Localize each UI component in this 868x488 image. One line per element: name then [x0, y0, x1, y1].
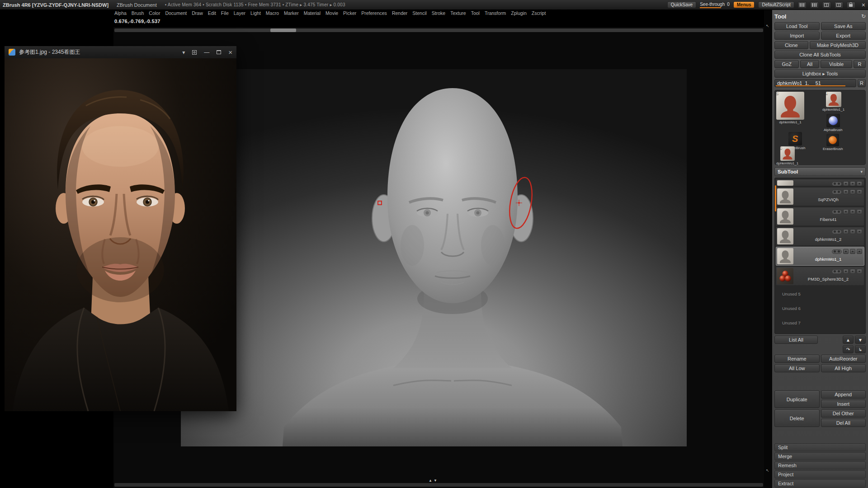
- eye-icon[interactable]: [850, 181, 855, 186]
- recent-tool-thumbnail[interactable]: 4 dphkmWo1_1: [822, 92, 844, 112]
- move-up-button[interactable]: ▲: [843, 336, 854, 344]
- viewer-titlebar[interactable]: 参考图1.jpg - 2345看图王 ▾ — ×: [5, 46, 236, 58]
- delete-button[interactable]: Delete: [774, 409, 820, 427]
- save-as-button[interactable]: Save As: [821, 22, 866, 30]
- rename-button[interactable]: Rename: [774, 355, 820, 363]
- subtool-unused-slot[interactable]: Unused 7: [776, 315, 864, 330]
- goz-visible-button[interactable]: Visible: [821, 60, 852, 68]
- list-all-button[interactable]: List All: [774, 336, 818, 344]
- insert-button[interactable]: Insert: [821, 400, 866, 408]
- scrollbar-thumb[interactable]: [270, 28, 296, 32]
- quicksave-button[interactable]: QuickSave: [667, 1, 696, 8]
- viewer-menu-icon[interactable]: ▾: [182, 50, 185, 55]
- menu-texture[interactable]: Texture: [450, 10, 466, 16]
- subtool-row[interactable]: Fibers41: [776, 207, 864, 226]
- menu-alpha[interactable]: Alpha: [114, 10, 127, 16]
- menu-zplugin[interactable]: Zplugin: [511, 10, 526, 16]
- brush-icon[interactable]: [857, 249, 862, 254]
- move-down-button[interactable]: ▼: [855, 336, 866, 344]
- menu-movie[interactable]: Movie: [326, 10, 338, 16]
- recent-tool-thumbnail[interactable]: 5 dphkmWo1_1: [776, 146, 798, 165]
- eraserbrush-thumbnail[interactable]: EraserBrush: [823, 134, 843, 151]
- menu-brush[interactable]: Brush: [132, 10, 144, 16]
- menu-stencil[interactable]: Stencil: [412, 10, 427, 16]
- alphabrush-thumbnail[interactable]: AlphaBrush: [824, 114, 842, 132]
- menu-edit[interactable]: Edit: [208, 10, 216, 16]
- maximize-icon[interactable]: [217, 50, 221, 54]
- brush-icon[interactable]: [857, 229, 862, 234]
- all-low-button[interactable]: All Low: [774, 364, 820, 372]
- tool-r-button[interactable]: R: [858, 79, 866, 87]
- visibility-toggle[interactable]: [832, 249, 842, 254]
- menu-draw[interactable]: Draw: [192, 10, 203, 16]
- see-through-slider[interactable]: See-through 0: [700, 2, 730, 8]
- close-icon[interactable]: ×: [862, 1, 865, 9]
- document-bottom-scrollbar[interactable]: ▲ ▼: [114, 483, 763, 487]
- clone-all-subtools-button[interactable]: Clone All SubTools: [774, 51, 866, 59]
- append-button[interactable]: Append: [821, 390, 866, 399]
- menu-file[interactable]: File: [221, 10, 229, 16]
- menu-color[interactable]: Color: [149, 10, 160, 16]
- eye-icon[interactable]: [850, 269, 855, 274]
- shuffle-down-icon[interactable]: ↳: [855, 345, 866, 353]
- default-zscript-button[interactable]: DefaultZScript: [758, 1, 794, 8]
- lock-icon[interactable]: [847, 2, 855, 8]
- sliders-icon[interactable]: [810, 2, 819, 8]
- subtool-unused-slot[interactable]: Unused 5: [776, 286, 864, 301]
- layout-grid-icon[interactable]: [835, 2, 843, 8]
- eye-icon[interactable]: [850, 229, 855, 234]
- visibility-toggle[interactable]: [832, 210, 842, 214]
- polypaint-icon[interactable]: [843, 189, 849, 194]
- import-button[interactable]: Import: [774, 32, 820, 40]
- menu-layer[interactable]: Layer: [234, 10, 245, 16]
- extract-section[interactable]: Extract: [774, 479, 866, 488]
- duplicate-button[interactable]: Duplicate: [774, 390, 820, 408]
- menu-document[interactable]: Document: [165, 10, 187, 16]
- visibility-toggle[interactable]: [832, 190, 842, 194]
- all-high-button[interactable]: All High: [821, 364, 866, 372]
- polypaint-icon[interactable]: [843, 181, 849, 186]
- brush-icon[interactable]: [857, 189, 862, 194]
- autoreorder-button[interactable]: AutoReorder: [821, 355, 866, 363]
- menu-render[interactable]: Render: [392, 10, 407, 16]
- polypaint-icon[interactable]: [843, 209, 849, 214]
- brush-icon[interactable]: [857, 209, 862, 214]
- scroll-up-icon[interactable]: ▲: [429, 479, 432, 483]
- image-viewer-window[interactable]: 参考图1.jpg - 2345看图王 ▾ — ×: [5, 46, 236, 411]
- menu-picker[interactable]: Picker: [343, 10, 356, 16]
- active-tool-thumbnail[interactable]: S dphkmWo1_1: [776, 92, 804, 124]
- menu-marker[interactable]: Marker: [284, 10, 299, 16]
- sculpt-canvas[interactable]: [181, 69, 687, 446]
- menu-transform[interactable]: Transform: [485, 10, 506, 16]
- scroll-down-icon[interactable]: ▼: [434, 479, 437, 483]
- del-other-button[interactable]: Del Other: [821, 409, 866, 418]
- subtool-row[interactable]: [776, 179, 864, 186]
- layout-grid-icon[interactable]: [822, 2, 831, 8]
- menu-light[interactable]: Light: [250, 10, 261, 16]
- merge-section[interactable]: Merge: [774, 452, 866, 460]
- goz-button[interactable]: GoZ: [774, 60, 799, 68]
- menu-tool[interactable]: Tool: [471, 10, 480, 16]
- circular-arrow-icon[interactable]: ↻: [861, 13, 866, 19]
- make-polymesh3d-button[interactable]: Make PolyMesh3D: [810, 41, 866, 49]
- polypaint-icon[interactable]: [843, 249, 849, 254]
- del-all-button[interactable]: Del All: [821, 419, 866, 427]
- clone-button[interactable]: Clone: [774, 41, 808, 49]
- remesh-section[interactable]: Remesh: [774, 461, 866, 469]
- brush-icon[interactable]: [857, 181, 862, 186]
- subtool-row[interactable]: dphkmWo1_2: [776, 227, 864, 246]
- visibility-toggle[interactable]: [832, 269, 842, 274]
- menus-button[interactable]: Menus: [733, 1, 755, 8]
- polypaint-icon[interactable]: [843, 269, 849, 274]
- collapse-panel-icon[interactable]: ↖: [766, 468, 769, 473]
- subtool-section-header[interactable]: SubTool ▾: [774, 167, 866, 176]
- minimize-icon[interactable]: —: [204, 50, 209, 55]
- load-tool-button[interactable]: Load Tool: [774, 22, 820, 30]
- brush-icon[interactable]: [857, 269, 862, 274]
- eye-icon[interactable]: [850, 249, 855, 254]
- shuffle-up-icon[interactable]: ↷: [843, 345, 854, 353]
- document-top-scrollbar[interactable]: [114, 28, 763, 32]
- subtool-row[interactable]: SqPZVtQh: [776, 187, 864, 206]
- menu-stroke[interactable]: Stroke: [432, 10, 445, 16]
- menu-macro[interactable]: Macro: [266, 10, 279, 16]
